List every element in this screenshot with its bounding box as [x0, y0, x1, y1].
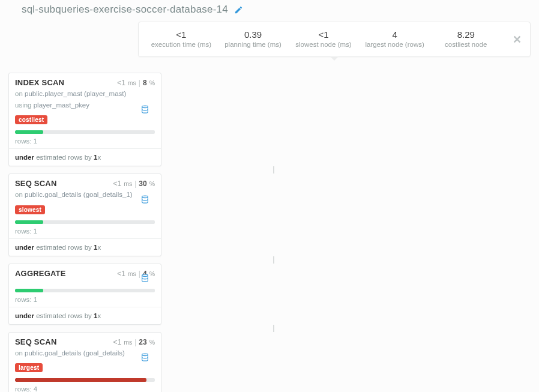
summary-label: planning time (ms)	[224, 41, 282, 48]
plan-node[interactable]: AGGREGATE<1ms|4 %rows: 1under estimated …	[8, 264, 161, 325]
summary-cell: 4 largest node (rows)	[365, 29, 424, 48]
progress-bar	[15, 130, 155, 134]
close-icon[interactable]: ✕	[513, 33, 522, 46]
estimate-line: under estimated rows by 1x	[9, 148, 161, 166]
summary-label: execution time (ms)	[151, 41, 211, 48]
summary-cell: <1 execution time (ms)	[151, 29, 211, 48]
node-pct: 30	[139, 179, 146, 188]
node-tag: slowest	[15, 205, 45, 214]
plan-node[interactable]: SEQ SCAN<1ms|23 %on public.goal_details …	[8, 332, 161, 392]
rows-line: rows: 1	[15, 296, 155, 307]
summary-cell: 0.39 planning time (ms)	[224, 29, 282, 48]
page-title: sql-subqueries-exercise-soccer-database-…	[22, 4, 228, 16]
edit-icon[interactable]	[234, 5, 243, 14]
progress-bar	[15, 220, 155, 224]
progress-bar	[15, 378, 155, 382]
summary-value: <1	[151, 29, 211, 40]
title-row: sql-subqueries-exercise-soccer-database-…	[0, 0, 539, 22]
summary-cell: <1 slowest node (ms)	[295, 29, 352, 48]
node-subline: on public.goal_details (goal_details_1)	[15, 190, 155, 200]
summary-label: largest node (rows)	[365, 41, 424, 48]
node-time: <1	[113, 338, 121, 346]
node-pct: 8	[143, 79, 147, 87]
progress-bar	[15, 289, 155, 292]
node-subline: on public.goal_details (goal_details)	[15, 349, 155, 358]
node-time: <1	[113, 179, 121, 188]
estimate-line: under estimated rows by 1x	[9, 307, 161, 324]
summary-panel: <1 execution time (ms) 0.39 planning tim…	[138, 22, 531, 57]
database-icon[interactable]	[141, 273, 149, 283]
estimate-line: under estimated rows by 1x	[9, 238, 161, 256]
svg-point-0	[142, 106, 148, 108]
node-time: <1	[117, 79, 125, 87]
summary-label: slowest node (ms)	[295, 41, 352, 48]
rows-line: rows: 4	[15, 385, 155, 392]
node-subline: on public.player_mast (player_mast)	[15, 89, 155, 99]
node-type: INDEX SCAN	[15, 78, 64, 87]
node-type: SEQ SCAN	[15, 337, 57, 346]
node-tag: largest	[15, 363, 43, 372]
plan-node[interactable]: INDEX SCAN<1ms|8 %on public.player_mast …	[8, 73, 161, 166]
summary-value: 0.39	[224, 29, 282, 40]
pointer-icon	[330, 56, 339, 61]
database-icon[interactable]	[141, 352, 149, 362]
rows-line: rows: 1	[15, 228, 155, 238]
svg-point-2	[142, 274, 148, 277]
plan-node[interactable]: SEQ SCAN<1ms|30 %on public.goal_details …	[8, 173, 161, 256]
connector-line	[273, 325, 274, 332]
summary-label: costliest node	[437, 41, 495, 48]
database-icon[interactable]	[141, 104, 149, 114]
node-subline: using player_mast_pkey	[15, 101, 155, 110]
node-type: AGGREGATE	[15, 269, 66, 278]
summary-value: 4	[365, 29, 424, 40]
summary-bar: <1 execution time (ms) 0.39 planning tim…	[138, 22, 531, 57]
summary-value: <1	[295, 29, 352, 40]
node-metrics: <1ms|23 %	[113, 338, 155, 346]
summary-value: 8.29	[437, 29, 495, 40]
svg-point-3	[142, 354, 148, 356]
svg-point-1	[142, 196, 148, 198]
plan-tree: INDEX SCAN<1ms|8 %on public.player_mast …	[8, 73, 539, 392]
node-type: SEQ SCAN	[15, 179, 57, 188]
rows-line: rows: 1	[15, 137, 155, 148]
node-pct: 23	[139, 338, 146, 346]
node-time: <1	[117, 270, 125, 278]
connector-line	[273, 166, 274, 173]
node-tag: costliest	[15, 115, 47, 124]
node-metrics: <1ms|4 %	[117, 270, 155, 278]
node-metrics: <1ms|8 %	[117, 79, 155, 87]
database-icon[interactable]	[141, 194, 149, 204]
summary-cell: 8.29 costliest node	[437, 29, 495, 48]
connector-line	[273, 256, 274, 264]
node-metrics: <1ms|30 %	[113, 179, 155, 188]
